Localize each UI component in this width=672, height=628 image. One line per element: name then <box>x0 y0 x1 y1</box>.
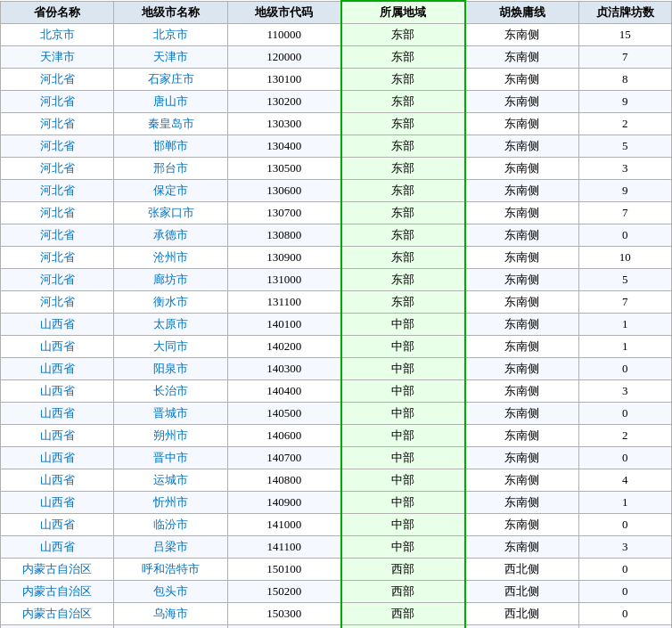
cell-province: 天津市 <box>1 46 114 69</box>
header-side: 胡焕庸线 <box>465 1 578 24</box>
cell-side: 东南侧 <box>465 625 578 629</box>
table-row: 山西省长治市140400中部东南侧3 <box>1 380 672 403</box>
cell-province: 山西省 <box>1 425 114 447</box>
cell-code: 130600 <box>227 180 340 202</box>
cell-province: 河北省 <box>1 91 114 113</box>
cell-code: 130900 <box>227 247 340 269</box>
cell-code: 141000 <box>227 514 340 536</box>
cell-count: 1 <box>578 492 671 514</box>
table-row: 山西省吕梁市141100中部东南侧3 <box>1 536 672 559</box>
cell-city: 石家庄市 <box>114 69 227 91</box>
header-row: 省份名称 地级市名称 地级市代码 所属地域 胡焕庸线 贞洁牌坊数 <box>1 1 672 24</box>
cell-region: 中部 <box>341 447 465 469</box>
cell-side: 东南侧 <box>465 158 578 180</box>
cell-code: 130400 <box>227 135 340 158</box>
cell-side: 东南侧 <box>465 135 578 158</box>
cell-side: 东南侧 <box>465 24 578 46</box>
cell-region: 中部 <box>341 492 465 514</box>
cell-code: 140700 <box>227 447 340 469</box>
cell-side: 东南侧 <box>465 69 578 91</box>
cell-region: 东部 <box>341 224 465 247</box>
cell-side: 东南侧 <box>465 380 578 403</box>
cell-province: 河北省 <box>1 113 114 135</box>
cell-count: 3 <box>578 536 671 559</box>
cell-code: 110000 <box>227 24 340 46</box>
cell-region: 中部 <box>341 380 465 403</box>
cell-side: 西北侧 <box>465 559 578 581</box>
cell-code: 130700 <box>227 202 340 224</box>
cell-province: 山西省 <box>1 380 114 403</box>
cell-code: 140400 <box>227 380 340 403</box>
cell-province: 山西省 <box>1 514 114 536</box>
cell-region: 中部 <box>341 358 465 380</box>
cell-city: 运城市 <box>114 469 227 492</box>
table-row: 天津市天津市120000东部东南侧7 <box>1 46 672 69</box>
cell-city: 唐山市 <box>114 91 227 113</box>
cell-province: 山西省 <box>1 492 114 514</box>
cell-city: 张家口市 <box>114 202 227 224</box>
cell-side: 东南侧 <box>465 425 578 447</box>
table-row: 山西省阳泉市140300中部东南侧0 <box>1 358 672 380</box>
cell-count: 0 <box>578 603 671 625</box>
cell-region: 东部 <box>341 158 465 180</box>
cell-code: 120000 <box>227 46 340 69</box>
table-row: 内蒙古自治区呼和浩特市150100西部西北侧0 <box>1 559 672 581</box>
cell-city: 忻州市 <box>114 492 227 514</box>
cell-province: 河北省 <box>1 180 114 202</box>
cell-city: 邢台市 <box>114 158 227 180</box>
cell-city: 大同市 <box>114 336 227 358</box>
cell-side: 东南侧 <box>465 46 578 69</box>
cell-count: 8 <box>578 69 671 91</box>
cell-region: 西部 <box>341 581 465 603</box>
cell-city: 包头市 <box>114 581 227 603</box>
cell-count: 3 <box>578 158 671 180</box>
cell-code: 141100 <box>227 536 340 559</box>
cell-region: 东部 <box>341 69 465 91</box>
cell-province: 山西省 <box>1 536 114 559</box>
cell-province: 河北省 <box>1 135 114 158</box>
cell-count: 9 <box>578 91 671 113</box>
cell-count: 4 <box>578 469 671 492</box>
cell-city: 邯郸市 <box>114 135 227 158</box>
cell-side: 东南侧 <box>465 447 578 469</box>
cell-region: 东部 <box>341 247 465 269</box>
cell-count: 0 <box>578 447 671 469</box>
table-row: 河北省邢台市130500东部东南侧3 <box>1 158 672 180</box>
cell-province: 河北省 <box>1 269 114 291</box>
cell-province: 河北省 <box>1 224 114 247</box>
cell-region: 东部 <box>341 24 465 46</box>
cell-side: 东南侧 <box>465 291 578 314</box>
cell-side: 东南侧 <box>465 403 578 425</box>
table-row: 河北省张家口市130700东部东南侧7 <box>1 202 672 224</box>
cell-city: 衡水市 <box>114 291 227 314</box>
cell-code: 150300 <box>227 603 340 625</box>
table-row: 山西省大同市140200中部东南侧1 <box>1 336 672 358</box>
cell-code: 131000 <box>227 269 340 291</box>
table-row: 内蒙古自治区包头市150200西部西北侧0 <box>1 581 672 603</box>
cell-region: 中部 <box>341 314 465 336</box>
cell-count: 9 <box>578 180 671 202</box>
cell-side: 东南侧 <box>465 336 578 358</box>
cell-count: 7 <box>578 291 671 314</box>
cell-region: 中部 <box>341 403 465 425</box>
cell-region: 东部 <box>341 113 465 135</box>
cell-city: 朔州市 <box>114 425 227 447</box>
cell-count: 7 <box>578 202 671 224</box>
header-count: 贞洁牌坊数 <box>578 1 671 24</box>
cell-side: 东南侧 <box>465 202 578 224</box>
cell-city: 天津市 <box>114 46 227 69</box>
cell-region: 西部 <box>341 559 465 581</box>
cell-region: 东部 <box>341 180 465 202</box>
cell-province: 山西省 <box>1 469 114 492</box>
cell-side: 东南侧 <box>465 536 578 559</box>
cell-region: 东部 <box>341 625 465 629</box>
table-row: 山西省临汾市141000中部东南侧0 <box>1 514 672 536</box>
cell-city: 阳泉市 <box>114 358 227 380</box>
cell-region: 中部 <box>341 425 465 447</box>
cell-province: 河北省 <box>1 69 114 91</box>
cell-province: 内蒙古自治区 <box>1 603 114 625</box>
cell-code: 130200 <box>227 91 340 113</box>
cell-region: 东部 <box>341 91 465 113</box>
cell-region: 中部 <box>341 336 465 358</box>
cell-code: 140200 <box>227 336 340 358</box>
